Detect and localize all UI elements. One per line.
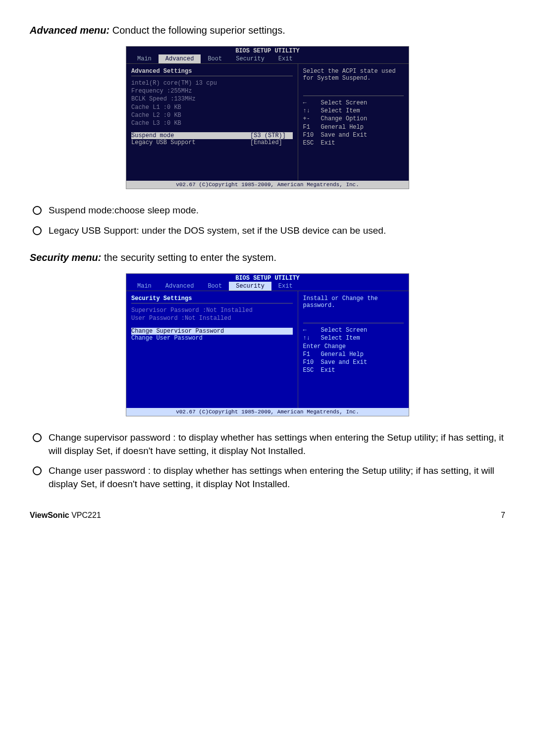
divider [131, 303, 293, 303]
bios1-info-2: BCLK Speed :133MHz [131, 95, 293, 103]
bios1-info-5: Cache L3 :0 KB [131, 119, 293, 127]
bullets-advanced: Suspend mode:choose sleep mode. Legacy U… [30, 204, 505, 237]
bios2-footer: v02.67 (C)Copyright 1985-2009, American … [126, 408, 409, 416]
bullet-icon [33, 433, 42, 442]
bullet1-text1: Legacy USB Support: under the DOS system… [49, 224, 505, 238]
bullet-icon [33, 206, 42, 215]
bullet-change-supervisor: Change supervisor password : to display … [30, 431, 505, 457]
bios2-tab-advanced: Advanced [159, 282, 201, 291]
bios2-row-user: Change User Password [131, 335, 293, 342]
bios1-row0-value: [S3 (STR)] [250, 132, 286, 139]
bios2-tab-exit: Exit [271, 282, 300, 291]
bios2-keys: ← Select Screen ↑↓ Select Item Enter Cha… [303, 326, 404, 374]
bios2-title: BIOS SETUP UTILITY [126, 274, 409, 282]
bios2-tabs: Main Advanced Boot Security Exit [126, 282, 409, 291]
bios1-tab-exit: Exit [271, 54, 300, 63]
security-menu-heading: Security menu: the security setting to e… [30, 252, 505, 263]
bios1-section: Advanced Settings [131, 68, 293, 75]
bios1-keys: ← Select Screen ↑↓ Select Item +- Change… [303, 99, 404, 147]
bullet1-text0: Suspend mode:choose sleep mode. [49, 204, 505, 217]
bullet-legacy-usb: Legacy USB Support: under the DOS system… [30, 224, 505, 238]
bios2-tab-boot: Boot [201, 282, 229, 291]
bios1-info: intel(R) core(TM) i3 cpu Frequency :255M… [131, 79, 293, 127]
bios2-row1-label: Change User Password [131, 335, 250, 342]
bios1-row0-label: Suspend mode [131, 132, 250, 139]
footer-page: 7 [501, 511, 505, 520]
bullet-icon [33, 466, 42, 475]
bios1-tab-advanced: Advanced [159, 54, 201, 63]
bios1-row-suspend: Suspend mode [S3 (STR)] [131, 132, 293, 139]
bios1-row-legacy: Legacy USB Support [Enabled] [131, 139, 293, 146]
bios1-title: BIOS SETUP UTILITY [126, 47, 409, 54]
bios1-tab-security: Security [229, 54, 271, 63]
bios-security-screenshot: BIOS SETUP UTILITY Main Advanced Boot Se… [126, 273, 409, 416]
page-footer: ViewSonic VPC221 7 [30, 511, 505, 520]
bios1-tab-main: Main [130, 54, 159, 63]
bios1-row1-value: [Enabled] [250, 139, 282, 146]
security-menu-label: Security menu: [30, 252, 101, 263]
advanced-menu-desc: Conduct the following superior settings. [109, 25, 285, 36]
security-menu-desc: the security setting to enter the system… [101, 252, 276, 263]
bios2-info-1: User Password :Not Installed [131, 314, 293, 322]
advanced-menu-heading: Advanced menu: Conduct the following sup… [30, 25, 505, 36]
bios2-info-0: Supervisor Password :Not Installed [131, 306, 293, 314]
bios2-section: Security Settings [131, 295, 293, 302]
bios1-info-1: Frequency :255MHz [131, 87, 293, 95]
footer-brand-rest: VPC221 [69, 511, 101, 519]
advanced-menu-label: Advanced menu: [30, 25, 109, 36]
bullet-suspend-mode: Suspend mode:choose sleep mode. [30, 204, 505, 217]
divider [303, 96, 404, 96]
bios2-row-supervisor: Change Supervisor Password [131, 328, 293, 335]
bios1-tabs: Main Advanced Boot Security Exit [126, 54, 409, 64]
bullet-change-user: Change user password : to display whethe… [30, 464, 505, 491]
bios1-help: Select the ACPI state used for System Su… [303, 68, 404, 82]
bios2-row0-label: Change Supervisor Password [131, 328, 250, 335]
divider [303, 323, 404, 323]
footer-brand-bold: ViewSonic [30, 511, 69, 519]
bios2-tab-main: Main [130, 282, 159, 291]
bios1-info-4: Cache L2 :0 KB [131, 111, 293, 119]
bios1-tab-boot: Boot [201, 54, 229, 63]
bios-advanced-screenshot: BIOS SETUP UTILITY Main Advanced Boot Se… [126, 46, 409, 189]
bios2-tab-security: Security [229, 282, 271, 291]
bullet2-text0: Change supervisor password : to display … [49, 431, 505, 457]
bios2-help: Install or Change the password. [303, 295, 404, 309]
footer-brand: ViewSonic VPC221 [30, 511, 101, 520]
bios1-info-0: intel(R) core(TM) i3 cpu [131, 79, 293, 87]
bios1-info-3: Cache L1 :0 KB [131, 103, 293, 111]
bios1-footer: v02.67 (C)Copyright 1985-2009, American … [126, 181, 409, 189]
bullet2-text1: Change user password : to display whethe… [49, 464, 505, 491]
divider [131, 76, 293, 76]
bios2-info: Supervisor Password :Not Installed User … [131, 306, 293, 322]
bullets-security: Change supervisor password : to display … [30, 431, 505, 491]
bullet-icon [33, 226, 42, 235]
bios1-row1-label: Legacy USB Support [131, 139, 250, 146]
